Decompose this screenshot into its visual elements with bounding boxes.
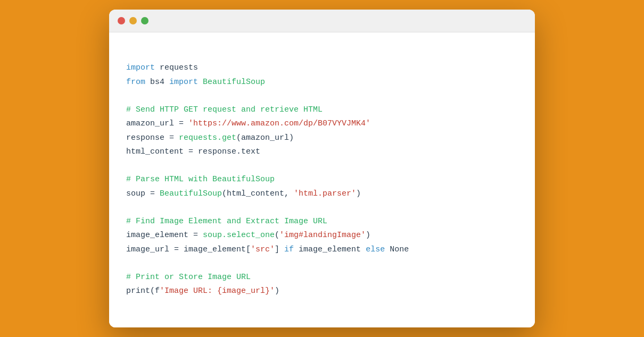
code-line-8: image_url = image_element['src'] if imag… xyxy=(126,245,409,254)
code-line-5: html_content = response.text xyxy=(126,147,260,156)
maximize-button[interactable] xyxy=(141,17,148,24)
title-bar xyxy=(109,10,535,32)
code-comment-2: # Parse HTML with BeautifulSoup xyxy=(126,175,275,184)
code-line-4: response = requests.get(amazon_url) xyxy=(126,133,294,142)
close-button[interactable] xyxy=(118,17,125,24)
code-line-3: amazon_url = 'https://www.amazon.com/dp/… xyxy=(126,119,370,128)
minimize-button[interactable] xyxy=(129,17,137,24)
code-line-9: print(f'Image URL: {image_url}') xyxy=(126,287,279,296)
code-line-7: image_element = soup.select_one('img#lan… xyxy=(126,231,370,240)
code-block: import requests from bs4 import Beautifu… xyxy=(109,32,535,327)
code-line-1: import requests xyxy=(126,63,198,72)
code-comment-1: # Send HTTP GET request and retrieve HTM… xyxy=(126,105,323,114)
code-comment-4: # Print or Store Image URL xyxy=(126,273,251,282)
code-window: import requests from bs4 import Beautifu… xyxy=(109,10,535,327)
code-line-6: soup = BeautifulSoup(html_content, 'html… xyxy=(126,189,361,198)
code-line-2: from bs4 import BeautifulSoup xyxy=(126,78,265,87)
code-comment-3: # Find Image Element and Extract Image U… xyxy=(126,217,327,226)
